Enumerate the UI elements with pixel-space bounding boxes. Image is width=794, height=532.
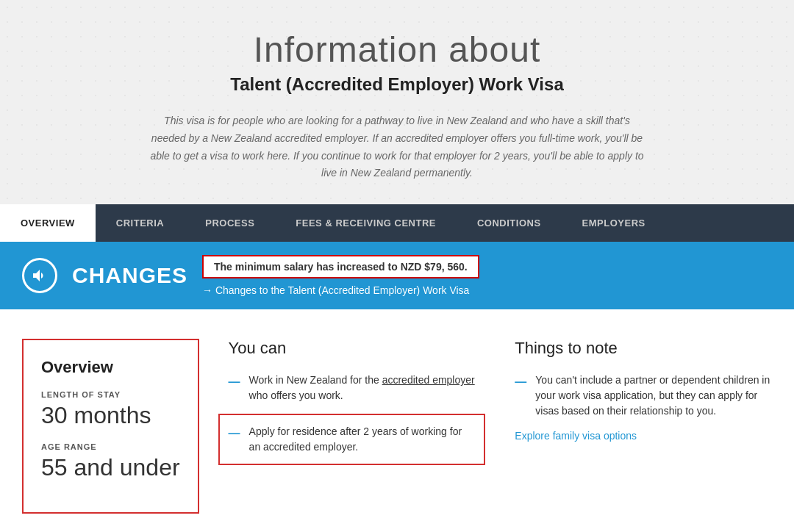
overview-box: Overview LENGTH OF STAY 30 months AGE RA… bbox=[22, 339, 199, 514]
length-value: 30 months bbox=[41, 402, 180, 429]
header-section: Information about Talent (Accredited Emp… bbox=[0, 0, 794, 204]
length-label: LENGTH OF STAY bbox=[41, 390, 180, 399]
bullet-dash-1: — bbox=[229, 373, 240, 391]
main-content: Overview LENGTH OF STAY 30 months AGE RA… bbox=[0, 309, 794, 532]
overview-heading: Overview bbox=[41, 358, 180, 377]
bullet-dash-2: — bbox=[229, 425, 240, 442]
page-wrapper: Information about Talent (Accredited Emp… bbox=[0, 0, 794, 532]
main-title: Information about bbox=[59, 29, 735, 70]
nav-item-process[interactable]: PROCESS bbox=[185, 204, 275, 242]
you-can-item-1: — Work in New Zealand for the accredited… bbox=[229, 373, 486, 403]
you-can-section: You can — Work in New Zealand for the ac… bbox=[229, 339, 486, 514]
nav-item-overview[interactable]: OVERVIEW bbox=[0, 204, 96, 242]
changes-content: The minimum salary has increased to NZD … bbox=[202, 255, 772, 296]
age-value: 55 and under bbox=[41, 454, 180, 481]
explore-family-visa-link[interactable]: Explore family visa options bbox=[515, 430, 637, 442]
things-to-note-item-1: — You can't include a partner or depende… bbox=[515, 373, 772, 419]
nav-item-conditions[interactable]: CONDITIONS bbox=[457, 204, 562, 242]
things-to-note-heading: Things to note bbox=[515, 339, 772, 358]
nav-item-employers[interactable]: EMPLOYERS bbox=[562, 204, 666, 242]
accredited-employer-link[interactable]: accredited employer bbox=[382, 374, 475, 386]
nav-item-criteria[interactable]: CRITERIA bbox=[96, 204, 185, 242]
age-label: AGE RANGE bbox=[41, 442, 180, 451]
changes-label: CHANGES bbox=[72, 263, 187, 288]
you-can-heading: You can bbox=[229, 339, 486, 358]
megaphone-icon bbox=[31, 267, 49, 284]
changes-icon bbox=[22, 258, 57, 293]
note-dash-1: — bbox=[515, 373, 526, 391]
changes-link[interactable]: Changes to the Talent (Accredited Employ… bbox=[202, 284, 772, 296]
changes-highlight-text: The minimum salary has increased to NZD … bbox=[202, 255, 479, 278]
nav-item-fees[interactable]: FEES & RECEIVING CENTRE bbox=[275, 204, 457, 242]
bullet-text-2: Apply for residence after 2 years of wor… bbox=[249, 424, 476, 455]
sub-title: Talent (Accredited Employer) Work Visa bbox=[59, 74, 735, 95]
description-text: This visa is for people who are looking … bbox=[147, 112, 647, 182]
things-to-note-section: Things to note — You can't include a par… bbox=[515, 339, 772, 514]
note-text-1: You can't include a partner or dependent… bbox=[535, 373, 772, 419]
nav-bar: OVERVIEW CRITERIA PROCESS FEES & RECEIVI… bbox=[0, 204, 794, 242]
you-can-item-2: — Apply for residence after 2 years of w… bbox=[218, 414, 486, 465]
changes-banner: CHANGES The minimum salary has increased… bbox=[0, 242, 794, 309]
bullet-text-1: Work in New Zealand for the accredited e… bbox=[249, 373, 486, 403]
